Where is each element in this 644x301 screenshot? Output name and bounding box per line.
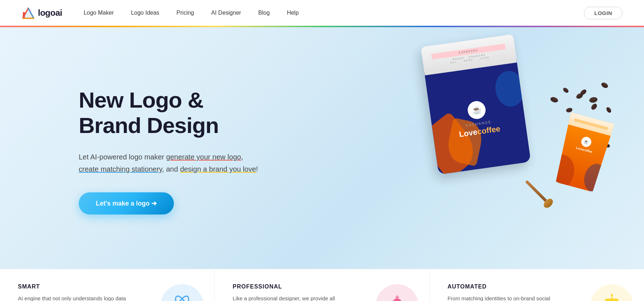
coffee-bean: [605, 106, 612, 113]
hero-image-area: ESPRESSO ROAST COUNTRY MILKWATERFILTER ☕…: [322, 26, 644, 269]
navbar: logoai Logo Maker Logo Ideas Pricing AI …: [0, 0, 644, 26]
svg-point-16: [611, 294, 613, 296]
nav-help[interactable]: Help: [287, 10, 299, 16]
svg-point-12: [393, 298, 401, 301]
hero-content: New Logo & Brand Design Let AI-powered l…: [0, 59, 286, 236]
hero-section: New Logo & Brand Design Let AI-powered l…: [0, 26, 644, 269]
feature-automated: AUTOMATED From matching identities to on…: [430, 269, 644, 301]
coffee-scoop: [522, 177, 555, 210]
subtitle-between2: , and: [162, 165, 180, 173]
nav-logo-maker[interactable]: Logo Maker: [84, 10, 114, 16]
logo-text: logoai: [38, 8, 62, 18]
subtitle-prefix: Let AI-powered logo maker: [79, 153, 166, 161]
subtitle-link1: generate your new logo: [166, 153, 241, 161]
coffee-bean: [600, 82, 609, 89]
bag-logo-circle: ☕: [467, 100, 487, 120]
bag-logo-area: ☕ EXCHANGE Lovecoffee: [455, 98, 501, 139]
nav-pricing[interactable]: Pricing: [176, 10, 194, 16]
hero-title: New Logo & Brand Design: [79, 87, 265, 138]
logo-link[interactable]: logoai: [21, 6, 62, 20]
features-section: SMART AI engine that not only understand…: [0, 269, 644, 301]
nav-links: Logo Maker Logo Ideas Pricing AI Designe…: [84, 10, 584, 16]
subtitle-link2: create matching stationery: [79, 165, 162, 173]
coffee-bean: [579, 88, 587, 96]
designer-icon: [385, 293, 410, 301]
subtitle-suffix: !: [256, 165, 258, 173]
subtitle-link3: design a brand you love: [180, 165, 256, 173]
cup-logo: ☕ Lovecoffee: [566, 132, 605, 156]
coffee-bean: [589, 97, 598, 103]
svg-rect-17: [605, 298, 619, 301]
coffee-bag: ESPRESSO ROAST COUNTRY MILKWATERFILTER ☕…: [429, 40, 530, 176]
hero-subtitle: Let AI-powered logo maker generate your …: [79, 151, 265, 175]
feature-professional: PROFESSIONAL Like a professional designe…: [215, 269, 429, 301]
nav-ai-designer[interactable]: AI Designer: [211, 10, 241, 16]
robot-icon: [599, 293, 624, 301]
cta-button[interactable]: Let's make a logo ➔: [79, 192, 174, 214]
feature-smart-desc: AI engine that not only understands logo…: [18, 294, 132, 301]
feature-professional-desc: Like a professional designer, we provide…: [233, 294, 347, 301]
login-button[interactable]: LOGIN: [584, 7, 623, 19]
nav-right: LOGIN: [584, 7, 623, 19]
feature-automated-desc: From matching identities to on-brand soc…: [448, 294, 562, 301]
subtitle-between1: ,: [241, 153, 243, 161]
nav-blog[interactable]: Blog: [258, 10, 270, 16]
logoai-icon: [21, 6, 35, 20]
feature-smart: SMART AI engine that not only understand…: [0, 269, 215, 301]
nav-logo-ideas[interactable]: Logo Ideas: [131, 10, 159, 16]
atom-icon: [170, 293, 195, 301]
